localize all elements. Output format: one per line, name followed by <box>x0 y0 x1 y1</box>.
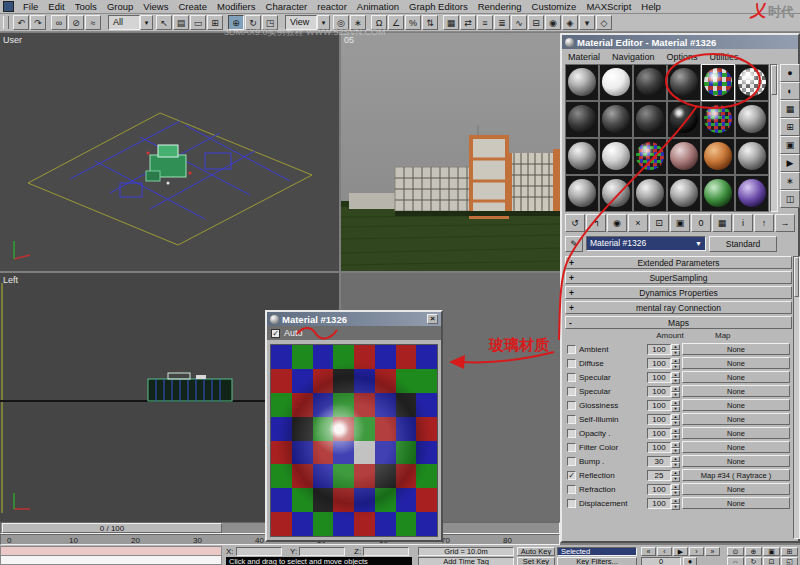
material-sample-slot[interactable] <box>667 101 701 138</box>
map-button[interactable]: None <box>682 497 790 509</box>
align-button[interactable]: ≡ <box>477 15 493 30</box>
menu-animation[interactable]: Animation <box>352 0 404 13</box>
spinner-down-icon[interactable]: ▼ <box>671 392 680 398</box>
select-and-scale-button[interactable]: ◳ <box>262 15 278 30</box>
auto-key-button[interactable]: Auto Key <box>517 547 555 556</box>
sample-type-button[interactable]: ● <box>780 64 800 82</box>
render-type-button[interactable]: ▾ <box>579 15 595 30</box>
chevron-down-icon[interactable]: ▾ <box>317 15 330 30</box>
map-amount-spinner[interactable]: ▲▼ <box>671 456 680 467</box>
material-sample-slot[interactable] <box>701 101 735 138</box>
map-amount-spinner[interactable]: ▲▼ <box>671 428 680 439</box>
material-type-button[interactable]: Standard <box>709 236 777 252</box>
spinner-down-icon[interactable]: ▼ <box>671 364 680 370</box>
map-amount-field[interactable]: 100 <box>647 498 671 509</box>
spinner-down-icon[interactable]: ▼ <box>671 504 680 510</box>
spinner-down-icon[interactable]: ▼ <box>671 420 680 426</box>
map-amount-field[interactable]: 100 <box>647 344 671 355</box>
map-amount-field[interactable]: 100 <box>647 372 671 383</box>
put-material-to-scene-button[interactable]: ↰ <box>586 214 606 232</box>
material-editor-menu-utilities[interactable]: Utilities <box>710 52 739 62</box>
make-preview-button[interactable]: ▶ <box>780 154 800 172</box>
menu-modifiers[interactable]: Modifiers <box>212 0 261 13</box>
scrollbar-thumb[interactable] <box>771 65 777 95</box>
selection-region-button[interactable]: ▭ <box>190 15 206 30</box>
map-amount-spinner[interactable]: ▲▼ <box>671 442 680 453</box>
rollout-dynamics-properties[interactable]: +Dynamics Properties <box>565 286 792 299</box>
zoom-all-button[interactable]: ⊕ <box>745 547 762 556</box>
material-name-dropdown[interactable]: Material #1326 ▼ <box>586 236 706 251</box>
map-amount-field[interactable]: 25 <box>647 470 671 481</box>
material-sample-slot[interactable] <box>565 101 599 138</box>
map-amount-spinner[interactable]: ▲▼ <box>671 372 680 383</box>
map-checkbox[interactable] <box>567 345 576 354</box>
spinner-down-icon[interactable]: ▼ <box>671 448 680 454</box>
reset-map-button[interactable]: × <box>628 214 648 232</box>
spinner-down-icon[interactable]: ▼ <box>671 350 680 356</box>
menu-reactor[interactable]: reactor <box>312 0 352 13</box>
set-key-button[interactable]: Set Key <box>517 557 555 565</box>
reference-coordinate-system-dropdown[interactable]: View▾ <box>285 15 330 30</box>
material-sample-slot[interactable] <box>599 175 633 212</box>
menu-file[interactable]: File <box>18 0 43 13</box>
map-amount-field[interactable]: 100 <box>647 414 671 425</box>
material-sample-slot[interactable] <box>735 138 769 175</box>
material-sample-slot[interactable] <box>701 175 735 212</box>
x-coordinate-field[interactable] <box>236 547 282 556</box>
window-crossing-button[interactable]: ⊞ <box>207 15 223 30</box>
map-amount-spinner[interactable]: ▲▼ <box>671 344 680 355</box>
map-checkbox[interactable] <box>567 387 576 396</box>
select-and-manipulate-button[interactable]: ∗ <box>350 15 366 30</box>
map-checkbox[interactable] <box>567 401 576 410</box>
material-options-button[interactable]: ∗ <box>780 172 800 190</box>
spinner-down-icon[interactable]: ▼ <box>671 406 680 412</box>
sample-uv-tiling-button[interactable]: ⊞ <box>780 118 800 136</box>
map-amount-field[interactable]: 100 <box>647 428 671 439</box>
material-sample-slot[interactable] <box>599 64 633 101</box>
map-checkbox[interactable] <box>567 499 576 508</box>
menu-help[interactable]: Help <box>636 0 666 13</box>
selection-set-dropdown[interactable]: Selected <box>557 547 637 556</box>
map-checkbox[interactable] <box>567 359 576 368</box>
select-object-button[interactable]: ↖ <box>156 15 172 30</box>
map-amount-field[interactable]: 100 <box>647 442 671 453</box>
material-sample-slot[interactable] <box>667 64 701 101</box>
backlight-button[interactable]: ◐ <box>780 82 800 100</box>
menu-graph-editors[interactable]: Graph Editors <box>404 0 473 13</box>
go-to-end-button[interactable]: » <box>705 547 720 556</box>
map-button[interactable]: None <box>682 441 790 453</box>
select-by-name-button[interactable]: ▤ <box>173 15 189 30</box>
map-button[interactable]: None <box>682 427 790 439</box>
select-and-rotate-button[interactable]: ↻ <box>245 15 261 30</box>
y-coordinate-field[interactable] <box>299 547 345 556</box>
menu-customize[interactable]: Customize <box>527 0 582 13</box>
menu-character[interactable]: Character <box>261 0 313 13</box>
map-checkbox[interactable]: ✓ <box>567 471 576 480</box>
get-material-button[interactable]: ↺ <box>565 214 585 232</box>
key-filters-button[interactable]: Key Filters... <box>557 557 637 565</box>
map-button[interactable]: None <box>682 399 790 411</box>
assign-material-to-selection-button[interactable]: ◉ <box>607 214 627 232</box>
map-button[interactable]: None <box>682 483 790 495</box>
material-preview-window[interactable]: Material #1326 × ✓ Auto <box>265 310 443 542</box>
map-checkbox[interactable] <box>567 443 576 452</box>
scrollbar-thumb[interactable] <box>794 257 799 297</box>
add-time-tag[interactable]: Add Time Tag <box>418 557 514 565</box>
show-end-result-button[interactable]: i <box>733 214 753 232</box>
material-sample-slot[interactable] <box>599 138 633 175</box>
map-amount-spinner[interactable]: ▲▼ <box>671 498 680 509</box>
named-selection-sets-button[interactable]: ▦ <box>443 15 459 30</box>
material-sample-slot[interactable] <box>565 175 599 212</box>
menu-group[interactable]: Group <box>102 0 138 13</box>
quick-render-button[interactable]: ◇ <box>596 15 612 30</box>
next-frame-button[interactable]: › <box>689 547 704 556</box>
key-mode-toggle-button[interactable]: ● <box>683 557 697 565</box>
menu-tools[interactable]: Tools <box>70 0 102 13</box>
map-button[interactable]: None <box>682 371 790 383</box>
maxscript-mini-listener-macro[interactable] <box>0 546 222 556</box>
map-amount-spinner[interactable]: ▲▼ <box>671 470 680 481</box>
spinner-down-icon[interactable]: ▼ <box>671 434 680 440</box>
material-sample-slot[interactable] <box>633 138 667 175</box>
select-and-link-button[interactable]: ∞ <box>51 15 67 30</box>
go-to-parent-button[interactable]: ↑ <box>754 214 774 232</box>
